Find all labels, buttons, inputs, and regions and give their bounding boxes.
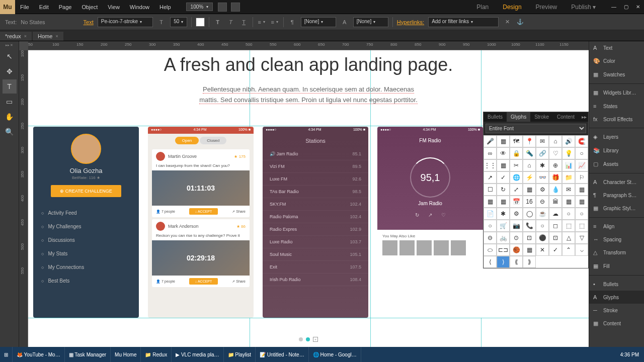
panel-swatches[interactable]: ▦Swatches [589, 68, 644, 81]
color-swatch[interactable] [196, 18, 205, 27]
glyph-cell[interactable]: ♡ [549, 147, 562, 159]
minimize-button[interactable]: — [608, 3, 620, 12]
italic-button[interactable]: T [226, 18, 235, 27]
glyph-cell[interactable]: 📅 [510, 196, 523, 208]
text-tool[interactable]: T [3, 79, 17, 94]
add-page-button[interactable]: + [313, 337, 318, 342]
panel-align[interactable]: ≡Align [589, 220, 644, 233]
taskbar-button[interactable]: ▦ Task Manager [65, 347, 111, 362]
glyph-cell[interactable]: 🔦 [523, 147, 536, 159]
glyph-cell[interactable]: 📍 [523, 135, 536, 147]
glyph-cell[interactable]: 🗺 [510, 135, 523, 147]
menu-object[interactable]: Object [76, 4, 103, 10]
glyph-cell[interactable]: ○ [575, 147, 588, 159]
taskbar-button[interactable]: 🌐 Home - Googl… [309, 347, 361, 362]
glyph-cell[interactable]: ⌂ [523, 159, 536, 171]
glyph-cell[interactable]: ○ [484, 220, 497, 232]
glyph-cell[interactable]: ✕ [536, 244, 549, 256]
glyph-cell[interactable]: △ [562, 232, 575, 244]
taskbar-button[interactable]: 📁 Redux [141, 347, 172, 362]
glyph-cell[interactable]: 👁 [497, 147, 510, 159]
glyph-cell[interactable]: ✓ [497, 171, 510, 184]
glyph-cell[interactable]: ◻ [549, 220, 562, 232]
glyph-cell[interactable]: 16 [523, 196, 536, 208]
hand-tool[interactable]: ✋ [3, 110, 17, 124]
glyph-cell[interactable]: ▦ [575, 184, 588, 196]
workspace-publish[interactable]: Publish ▾ [564, 4, 603, 11]
glyph-cell[interactable]: ✱ [497, 208, 510, 220]
hyperlink-clear-icon[interactable]: ✕ [503, 18, 512, 27]
glyph-cell[interactable]: ✉ [562, 184, 575, 196]
top-icon-1[interactable] [218, 3, 227, 12]
crop-tool[interactable]: ✥ [3, 64, 17, 78]
glyph-cell[interactable]: ▦ [497, 159, 510, 171]
page-headline[interactable]: A fresh and clean app landing page. [94, 54, 523, 75]
glyph-cell[interactable]: 👓 [536, 171, 549, 184]
glyph-cell[interactable]: 📊 [562, 159, 575, 171]
glyph-cell[interactable]: ⊏⊐ [497, 244, 510, 256]
top-icon-2[interactable] [231, 3, 240, 12]
taskbar-button[interactable]: ▶ VLC media pla… [172, 347, 223, 362]
glyph-cell[interactable]: ✱ [536, 159, 549, 171]
glyph-cell[interactable]: 📄 [484, 208, 497, 220]
menu-page[interactable]: Page [54, 4, 77, 10]
bold-button[interactable]: T [213, 18, 222, 27]
font-dropdown[interactable]: Pe-icon-7-stroke [98, 17, 153, 27]
panel-bullets[interactable]: •Bullets [589, 278, 644, 291]
glyphs-tab-glyphs[interactable]: Glyphs [507, 112, 530, 122]
glyph-cell[interactable]: 🔒 [510, 147, 523, 159]
glyph-cell[interactable]: 🚲 [497, 232, 510, 244]
hyperlinks-input[interactable]: Add or filter links [428, 17, 499, 27]
glyph-cell[interactable]: 🏛 [549, 196, 562, 208]
glyph-cell[interactable]: 🔗 [536, 147, 549, 159]
glyph-cell[interactable]: ⚐ [575, 171, 588, 184]
glyphs-tab-stroke[interactable]: Stroke [530, 112, 553, 122]
doc-tab[interactable]: *redux× [0, 32, 32, 41]
panel-fill[interactable]: ▦Fill [589, 259, 644, 273]
glyph-cell[interactable]: ⊡ [523, 232, 536, 244]
glyph-cell[interactable]: ▦ [523, 244, 536, 256]
glyph-cell[interactable]: ▦ [484, 196, 497, 208]
glyph-cell[interactable]: ⋮⋮ [484, 159, 497, 171]
glyph-cell[interactable]: ⟨ [484, 256, 497, 268]
workspace-preview[interactable]: Preview [529, 4, 565, 11]
para-style-icon[interactable]: ¶ [288, 18, 297, 27]
numlist-button[interactable]: ≡ [270, 18, 279, 27]
glyph-cell[interactable]: ⊡ [549, 232, 562, 244]
glyph-cell[interactable]: ☐ [484, 184, 497, 196]
menu-window[interactable]: Window [125, 4, 154, 10]
glyph-cell[interactable]: 🌐 [510, 171, 523, 184]
page-dot-active[interactable] [306, 337, 310, 341]
para-style-dropdown[interactable]: [None] [301, 17, 336, 27]
glyph-cell[interactable]: 💧 [549, 184, 562, 196]
glyph-cell[interactable]: 📷 [510, 220, 523, 232]
glyph-cell[interactable]: ▦ [562, 196, 575, 208]
panel-scrolleffects[interactable]: fxScroll Effects [589, 113, 644, 126]
glyph-cell[interactable]: ⤢ [510, 184, 523, 196]
glyph-cell[interactable]: ∞ [484, 147, 497, 159]
panel-paragraphs[interactable]: ¶Paragraph S… [589, 189, 644, 202]
glyph-cell[interactable]: ⌵ [575, 244, 588, 256]
char-style-dropdown[interactable]: [None] [353, 17, 388, 27]
glyph-cell[interactable]: 📈 [575, 159, 588, 171]
glyph-cell[interactable]: ⬭ [484, 244, 497, 256]
taskbar-button[interactable]: 📁 Playlist [224, 347, 256, 362]
glyph-cell[interactable]: ☕ [536, 208, 549, 220]
glyph-cell[interactable]: ▦ [497, 135, 510, 147]
taskbar-button[interactable]: 📝 Untitled - Note… [256, 347, 309, 362]
panel-assets[interactable]: ▢Assets [589, 157, 644, 171]
panel-states[interactable]: ≡States [589, 100, 644, 113]
glyphs-font-select[interactable]: Entire Font [486, 124, 586, 133]
glyph-cell[interactable]: ☁ [549, 208, 562, 220]
anchor-icon[interactable]: ⚓ [516, 18, 525, 27]
maximize-button[interactable]: ▢ [620, 3, 632, 12]
glyph-cell[interactable]: ○ [536, 220, 549, 232]
glyphs-tab-bullets[interactable]: Bullets [484, 112, 507, 122]
workspace-plan[interactable]: Plan [469, 4, 496, 11]
panel-glyphs[interactable]: AGlyphs [589, 291, 644, 304]
glyph-cell[interactable]: 🔊 [562, 135, 575, 147]
zoom-tool[interactable]: 🔍 [3, 125, 17, 139]
glyph-cell[interactable]: ↻ [497, 184, 510, 196]
glyph-cell[interactable]: ⬚ [562, 220, 575, 232]
rectangle-tool[interactable]: ▭ [3, 95, 17, 109]
